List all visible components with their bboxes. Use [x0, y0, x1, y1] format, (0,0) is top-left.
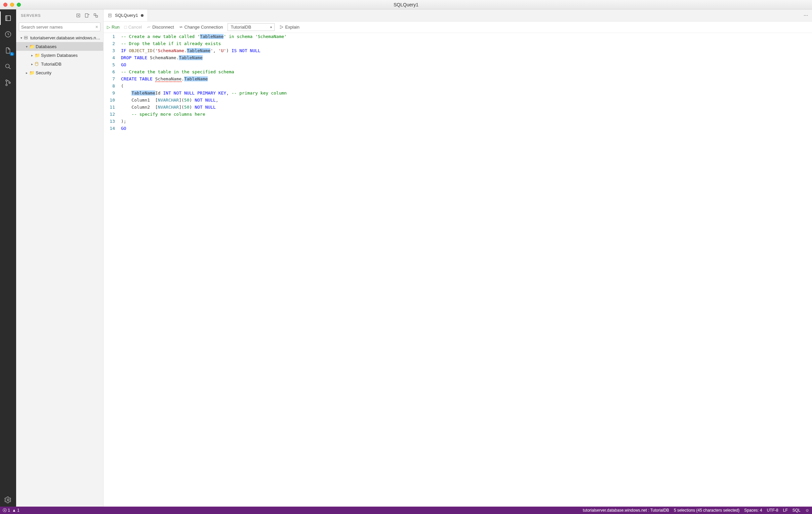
svg-rect-0 [6, 16, 11, 21]
clear-search-icon[interactable]: × [95, 24, 98, 30]
status-selection[interactable]: 5 selections (45 characters selected) [674, 508, 740, 513]
source-control-activity-icon[interactable] [0, 76, 16, 89]
tree-label: System Databases [41, 53, 78, 58]
dirty-indicator-icon [141, 14, 144, 17]
chevron-down-icon: ▾ [24, 45, 29, 49]
svg-rect-12 [85, 13, 88, 17]
server-tree: ▾ tutorialserver.database.windows.n… ▾ 📁… [16, 33, 103, 78]
status-warnings[interactable]: ▲ 1 [12, 508, 20, 513]
explain-label: Explain [285, 25, 299, 30]
change-connection-button[interactable]: Change Connection [179, 25, 223, 30]
status-language[interactable]: SQL [792, 508, 801, 513]
svg-point-7 [9, 82, 10, 84]
tree-label: Databases [36, 44, 56, 49]
search-input[interactable] [21, 25, 95, 30]
svg-point-8 [7, 499, 9, 501]
server-icon [24, 35, 30, 40]
folder-icon: 📁 [34, 53, 40, 58]
database-icon [34, 61, 40, 66]
database-select-value: TutorialDB [231, 25, 251, 30]
tree-server-node[interactable]: ▾ tutorialserver.database.windows.n… [16, 33, 103, 42]
query-toolbar: ▷ Run □ Cancel Disconnect [104, 22, 812, 33]
disconnect-label: Disconnect [152, 25, 174, 30]
tree-security-node[interactable]: ▸ 📁 Security [16, 68, 103, 77]
file-icon [108, 13, 112, 18]
svg-point-25 [282, 27, 283, 27]
tab-overflow-button[interactable]: ⋯ [800, 9, 812, 21]
code-editor[interactable]: 1234567891011121314 -- Create a new tabl… [104, 33, 812, 507]
search-activity-icon[interactable] [0, 60, 16, 73]
svg-rect-18 [24, 38, 27, 39]
play-icon: ▷ [107, 25, 110, 30]
database-select[interactable]: TutorialDB [228, 23, 274, 31]
servers-activity-icon[interactable] [0, 11, 16, 25]
explain-button[interactable]: Explain [279, 25, 299, 30]
svg-rect-16 [96, 16, 97, 17]
change-connection-icon [179, 25, 183, 29]
tree-databases-node[interactable]: ▾ 📁 Databases [16, 42, 103, 51]
status-bar: ⓧ 1 ▲ 1 tutorialserver.database.windows.… [0, 507, 812, 514]
svg-line-4 [9, 67, 10, 69]
folder-icon: 📁 [29, 44, 35, 49]
new-connection-icon[interactable] [76, 13, 81, 18]
minimize-window-button[interactable] [10, 3, 14, 7]
svg-rect-15 [94, 13, 96, 15]
svg-rect-20 [109, 14, 111, 17]
window-title: SQLQuery1 [394, 2, 418, 7]
folder-icon: 📁 [29, 70, 35, 75]
explorer-badge: 1 [10, 52, 14, 56]
svg-point-24 [280, 28, 281, 29]
maximize-window-button[interactable] [17, 3, 21, 7]
sidebar: SERVERS × [16, 9, 104, 507]
svg-point-23 [280, 26, 281, 26]
status-errors[interactable]: ⓧ 1 [3, 508, 10, 513]
status-spaces[interactable]: Spaces: 4 [744, 508, 762, 513]
tasks-activity-icon[interactable] [0, 28, 16, 41]
tree-sysdb-node[interactable]: ▸ 📁 System Databases [16, 51, 103, 59]
chevron-right-icon: ▸ [30, 53, 34, 57]
close-window-button[interactable] [3, 3, 7, 7]
titlebar: SQLQuery1 [0, 0, 812, 9]
editor-group: SQLQuery1 ⋯ ▷ Run □ Cancel [104, 9, 812, 507]
change-connection-label: Change Connection [184, 25, 223, 30]
search-input-container: × [19, 23, 100, 31]
line-gutter: 1234567891011121314 [104, 33, 120, 507]
tree-tutorialdb-node[interactable]: ▸ TutorialDB [16, 59, 103, 68]
disconnect-icon [147, 25, 151, 29]
code-content[interactable]: -- Create a new table called 'TableName'… [120, 33, 812, 507]
new-query-icon[interactable] [84, 13, 90, 18]
tab-sqlquery1[interactable]: SQLQuery1 [104, 9, 148, 21]
svg-point-3 [6, 64, 9, 68]
tree-label: tutorialserver.database.windows.n… [30, 35, 100, 40]
error-icon: ⓧ [3, 508, 7, 513]
tree-label: TutorialDB [41, 61, 61, 66]
run-button[interactable]: ▷ Run [107, 25, 120, 30]
status-encoding[interactable]: UTF-8 [767, 508, 778, 513]
svg-point-6 [6, 84, 7, 86]
svg-rect-17 [24, 36, 27, 38]
status-connection[interactable]: tutorialserver.database.windows.net : Tu… [583, 508, 669, 513]
tab-bar: SQLQuery1 ⋯ [104, 9, 812, 22]
status-eol[interactable]: LF [783, 508, 788, 513]
sidebar-header: SERVERS [16, 9, 103, 21]
explain-icon [279, 25, 284, 29]
stop-icon: □ [124, 25, 127, 30]
svg-point-5 [6, 80, 7, 81]
cancel-label: Cancel [128, 25, 142, 30]
svg-point-19 [35, 62, 38, 63]
tree-label: Security [36, 70, 51, 75]
activity-bar: 1 [0, 9, 16, 507]
cancel-button[interactable]: □ Cancel [124, 25, 142, 30]
chevron-right-icon: ▸ [24, 71, 29, 75]
explorer-activity-icon[interactable]: 1 [0, 44, 16, 57]
warning-icon: ▲ [12, 508, 16, 513]
window-controls [3, 3, 21, 7]
chevron-down-icon: ▾ [19, 36, 24, 40]
settings-activity-icon[interactable] [0, 493, 16, 507]
sidebar-title: SERVERS [21, 13, 41, 18]
disconnect-button[interactable]: Disconnect [147, 25, 174, 30]
tab-label: SQLQuery1 [115, 13, 138, 18]
feedback-icon[interactable]: ☺ [805, 508, 809, 513]
new-group-icon[interactable] [93, 13, 98, 18]
run-label: Run [112, 25, 120, 30]
